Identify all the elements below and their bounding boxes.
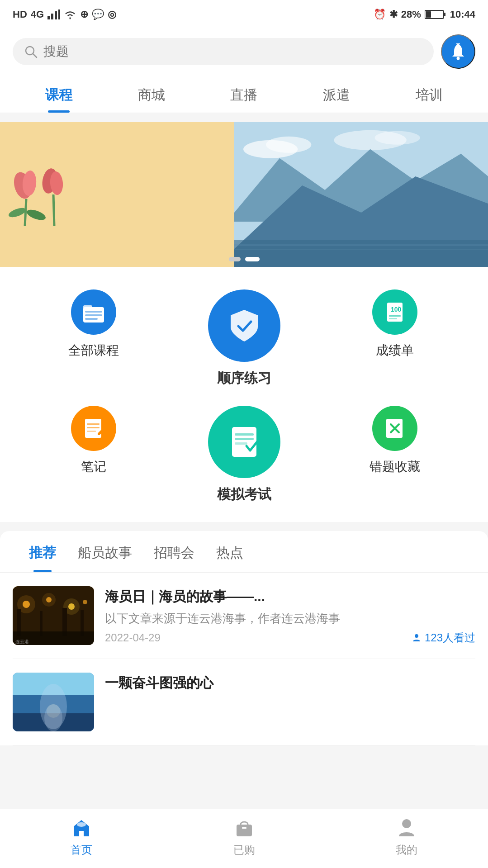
svg-rect-0	[47, 16, 50, 19]
svg-rect-26	[234, 240, 488, 267]
tab-dispatch[interactable]: 派遣	[290, 76, 383, 113]
svg-point-70	[47, 704, 60, 718]
ship-thumbnail: 连云港	[13, 586, 94, 645]
svg-rect-42	[232, 427, 256, 457]
bottom-nav-purchased[interactable]: 已购	[163, 816, 326, 857]
content-tab-job-fair[interactable]: 招聘会	[143, 531, 205, 572]
svg-rect-72	[237, 825, 252, 836]
bottom-nav-home[interactable]: 首页	[0, 816, 163, 857]
banner-slide-1[interactable]	[0, 122, 234, 267]
svg-rect-32	[85, 314, 102, 316]
tab-live[interactable]: 直播	[198, 76, 290, 113]
svg-line-18	[53, 194, 54, 226]
svg-point-71	[77, 822, 86, 827]
svg-rect-28	[234, 249, 488, 250]
quick-menu: 全部课程 顺序练习 100 成绩单	[0, 267, 488, 522]
svg-point-9	[457, 57, 460, 60]
svg-point-14	[7, 206, 27, 219]
article-thumb-2	[13, 673, 94, 731]
bag-nav-icon	[233, 816, 256, 839]
bottom-nav: 首页 已购 我的	[0, 809, 488, 868]
notification-button[interactable]	[441, 34, 475, 69]
notes-label: 笔记	[81, 458, 106, 475]
svg-rect-36	[389, 315, 401, 317]
svg-rect-39	[87, 423, 99, 425]
mountain-scene	[234, 122, 488, 267]
tab-shop[interactable]: 商城	[105, 76, 198, 113]
wifi-icon	[64, 9, 76, 19]
article-info-1: 海员日｜海员的故事——... 以下文章来源于连云港海事，作者连云港海事 2022…	[105, 586, 475, 645]
svg-rect-44	[235, 438, 254, 440]
svg-rect-30	[83, 305, 92, 309]
article-item-2[interactable]: 一颗奋斗图强的心	[13, 659, 475, 745]
svg-rect-5	[444, 13, 445, 16]
svg-line-8	[33, 54, 37, 57]
search-wrap[interactable]	[13, 38, 434, 65]
quick-row-2: 笔记 模拟考试	[18, 406, 470, 504]
quick-item-grade-sheet[interactable]: 100 成绩单	[319, 289, 470, 359]
note-icon-wrap	[71, 406, 116, 451]
home-nav-label: 首页	[71, 843, 92, 857]
content-tab-sailor-stories[interactable]: 船员故事	[67, 531, 143, 572]
banner-dots	[229, 257, 260, 261]
svg-text:连云港: 连云港	[15, 639, 29, 644]
bluetooth-icon: ✱	[389, 9, 398, 20]
mock-exam-label: 模拟考试	[217, 485, 271, 504]
shield-icon-wrap	[208, 289, 280, 362]
banner-container[interactable]	[0, 122, 488, 267]
folder-icon	[81, 300, 106, 324]
svg-point-21	[266, 137, 311, 153]
content-tab-hot[interactable]: 热点	[205, 531, 254, 572]
status-bar: HD 4G ⊕ 💬 ◎ ⏰ ✱ 28% 10:44	[0, 0, 488, 27]
svg-point-55	[42, 593, 56, 607]
sky-thumbnail	[13, 673, 94, 731]
svg-rect-31	[85, 311, 102, 313]
article-thumb-1: 连云港	[13, 586, 94, 645]
quick-item-all-courses[interactable]: 全部课程	[18, 289, 169, 359]
svg-text:100: 100	[391, 306, 402, 313]
report-icon: 100	[383, 300, 407, 324]
content-tab-recommend[interactable]: 推荐	[18, 531, 67, 572]
search-input[interactable]	[43, 44, 423, 59]
article-item-1[interactable]: 连云港 海员日｜海员的故事——... 以下文章来源于连云港海事，作者连云港海事 …	[13, 573, 475, 659]
status-hd: HD	[13, 9, 27, 20]
quick-row-1: 全部课程 顺序练习 100 成绩单	[18, 289, 470, 388]
article-list: 连云港 海员日｜海员的故事——... 以下文章来源于连云港海事，作者连云港海事 …	[0, 573, 488, 745]
quick-item-mock-exam[interactable]: 模拟考试	[169, 406, 319, 504]
home-nav-icon	[70, 816, 93, 839]
bell-icon	[449, 42, 468, 61]
all-courses-label: 全部课程	[68, 342, 119, 359]
banner-section	[0, 122, 488, 267]
error-book-icon-wrap	[372, 406, 417, 451]
bottom-nav-mine[interactable]: 我的	[325, 816, 488, 857]
grade-sheet-label: 成绩单	[376, 342, 414, 359]
tab-training[interactable]: 培训	[383, 76, 475, 113]
status-left: HD 4G ⊕ 💬 ◎	[13, 9, 116, 20]
svg-rect-2	[55, 11, 57, 19]
folder-icon-wrap	[71, 289, 116, 335]
tab-courses[interactable]: 课程	[13, 76, 105, 113]
svg-rect-27	[234, 244, 488, 246]
article-title-1: 海员日｜海员的故事——...	[105, 586, 475, 607]
time-display: 10:44	[450, 9, 475, 20]
quick-item-wrong-favorites[interactable]: 错题收藏	[319, 406, 470, 475]
quick-item-sequential-practice[interactable]: 顺序练习	[169, 289, 319, 388]
wrong-favorites-label: 错题收藏	[370, 458, 420, 475]
person-nav-icon	[395, 816, 418, 839]
svg-point-74	[402, 819, 411, 828]
banner-slide-2[interactable]	[234, 122, 488, 267]
svg-rect-41	[87, 431, 96, 432]
report-icon-wrap: 100	[372, 289, 417, 335]
battery-text: 28%	[401, 9, 421, 20]
exam-icon-wrap	[208, 406, 280, 478]
svg-rect-1	[51, 14, 53, 19]
article-title-2: 一颗奋斗图强的心	[105, 673, 475, 693]
svg-rect-33	[85, 318, 98, 320]
person-icon-1	[411, 632, 422, 643]
article-date-1: 2022-04-29	[105, 631, 161, 644]
flower-decoration	[5, 149, 77, 240]
svg-point-15	[25, 208, 47, 222]
quick-item-notes[interactable]: 笔记	[18, 406, 169, 475]
svg-line-13	[25, 199, 26, 226]
alarm-icon: ⏰	[374, 9, 386, 20]
